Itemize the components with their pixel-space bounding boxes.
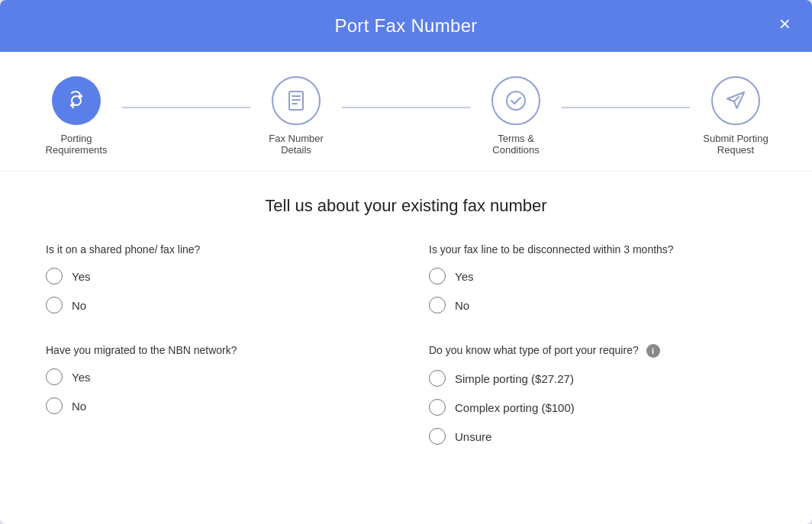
q4-simple-label: Simple porting ($27.27) bbox=[455, 372, 574, 385]
q4-simple-item[interactable]: Simple porting ($27.27) bbox=[429, 370, 766, 387]
q3-no-item[interactable]: No bbox=[46, 397, 383, 414]
step-circle-4 bbox=[711, 76, 760, 125]
q1-radio-group: Yes No bbox=[46, 268, 383, 313]
q3-label: Have you migrated to the NBN network? bbox=[46, 344, 383, 356]
q1-yes-radio[interactable] bbox=[46, 268, 63, 285]
q4-unsure-label: Unsure bbox=[455, 430, 491, 443]
q2-yes-item[interactable]: Yes bbox=[429, 268, 766, 285]
modal-title: Port Fax Number bbox=[0, 15, 812, 37]
send-icon bbox=[723, 88, 748, 113]
question-disconnected: Is your fax line to be disconnected with… bbox=[429, 243, 766, 313]
q3-no-radio[interactable] bbox=[46, 397, 63, 414]
q3-no-label: No bbox=[72, 400, 86, 413]
q2-yes-radio[interactable] bbox=[429, 268, 446, 285]
close-button[interactable]: × bbox=[773, 11, 797, 37]
q3-yes-radio[interactable] bbox=[46, 368, 63, 385]
modal-container: Port Fax Number × Porting Requirements bbox=[0, 0, 812, 524]
q4-unsure-radio[interactable] bbox=[429, 428, 446, 445]
step-circle-2 bbox=[272, 76, 321, 125]
q4-radio-group: Simple porting ($27.27) Complex porting … bbox=[429, 370, 766, 445]
q1-no-label: No bbox=[72, 299, 86, 312]
connector-3 bbox=[562, 107, 690, 108]
info-icon[interactable]: i bbox=[646, 344, 660, 358]
q2-no-label: No bbox=[455, 299, 469, 312]
section-title: Tell us about your existing fax number bbox=[46, 196, 766, 216]
step-circle-3 bbox=[491, 76, 540, 125]
question-shared-phone: Is it on a shared phone/ fax line? Yes N… bbox=[46, 243, 383, 313]
q4-complex-radio[interactable] bbox=[429, 399, 446, 416]
question-nbn: Have you migrated to the NBN network? Ye… bbox=[46, 344, 383, 445]
modal-header: Port Fax Number × bbox=[0, 0, 812, 52]
svg-line-6 bbox=[734, 97, 739, 101]
q2-yes-label: Yes bbox=[455, 270, 473, 283]
step-label-4: Submit Porting Request bbox=[694, 133, 778, 156]
form-content: Tell us about your existing fax number I… bbox=[0, 172, 812, 506]
q4-complex-label: Complex porting ($100) bbox=[455, 401, 575, 414]
q2-no-item[interactable]: No bbox=[429, 297, 766, 313]
form-row-1: Is it on a shared phone/ fax line? Yes N… bbox=[46, 243, 766, 313]
q2-no-radio[interactable] bbox=[429, 297, 446, 313]
q2-label: Is your fax line to be disconnected with… bbox=[429, 243, 766, 256]
phone-swap-icon bbox=[64, 88, 89, 113]
q3-yes-item[interactable]: Yes bbox=[46, 368, 383, 385]
step-label-2: Fax Number Details bbox=[254, 133, 338, 156]
step-label-1: Porting Requirements bbox=[34, 133, 118, 156]
step-fax-number-details[interactable]: Fax Number Details bbox=[250, 76, 342, 156]
q3-radio-group: Yes No bbox=[46, 368, 383, 414]
q4-label: Do you know what type of port your requi… bbox=[429, 344, 766, 358]
q1-no-item[interactable]: No bbox=[46, 297, 383, 313]
q1-no-radio[interactable] bbox=[46, 297, 63, 313]
svg-point-5 bbox=[507, 92, 525, 110]
step-porting-requirements[interactable]: Porting Requirements bbox=[31, 76, 122, 156]
document-icon bbox=[284, 88, 308, 113]
form-row-2: Have you migrated to the NBN network? Ye… bbox=[46, 344, 766, 445]
q1-label: Is it on a shared phone/ fax line? bbox=[46, 243, 383, 256]
question-port-type: Do you know what type of port your requi… bbox=[429, 344, 766, 445]
connector-1 bbox=[122, 107, 250, 108]
step-terms-conditions[interactable]: Terms & Conditions bbox=[470, 76, 562, 156]
checkmark-circle-icon bbox=[504, 88, 528, 113]
q4-complex-item[interactable]: Complex porting ($100) bbox=[429, 399, 766, 416]
stepper: Porting Requirements Fax Number Details bbox=[0, 52, 812, 172]
step-label-3: Terms & Conditions bbox=[474, 133, 558, 156]
q1-yes-item[interactable]: Yes bbox=[46, 268, 383, 285]
q1-yes-label: Yes bbox=[72, 270, 90, 283]
step-submit-porting-request[interactable]: Submit Porting Request bbox=[690, 76, 781, 156]
q2-radio-group: Yes No bbox=[429, 268, 766, 313]
connector-2 bbox=[342, 107, 470, 108]
step-circle-1 bbox=[52, 76, 101, 125]
q4-unsure-item[interactable]: Unsure bbox=[429, 428, 766, 445]
q3-yes-label: Yes bbox=[72, 371, 90, 384]
q4-simple-radio[interactable] bbox=[429, 370, 446, 387]
